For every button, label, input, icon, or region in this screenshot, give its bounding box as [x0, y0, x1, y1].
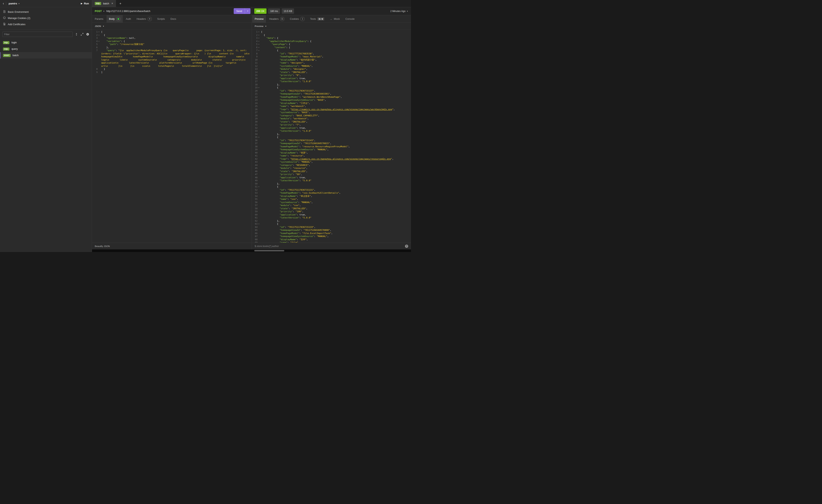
line-number: 41	[252, 154, 258, 157]
run-collection-button[interactable]: ▶ Run	[81, 2, 89, 5]
fold-arrow-icon[interactable]: ▾	[97, 30, 100, 34]
fold-arrow-icon[interactable]: ▾	[258, 136, 260, 139]
fold-arrow-icon[interactable]: ▾	[97, 34, 100, 37]
fold-arrow-icon[interactable]: ▾	[258, 43, 260, 46]
tab-label: Params	[95, 18, 103, 20]
filter-input[interactable]	[2, 32, 73, 37]
request-tab-headers[interactable]: Headers4	[134, 15, 154, 23]
code-line: 15 "priority": "0",	[252, 74, 411, 77]
fold-spacer	[258, 164, 260, 167]
fold-arrow-icon[interactable]: ▾	[258, 37, 260, 40]
help-icon[interactable]: ?	[405, 244, 408, 248]
line-gutter: 23	[252, 98, 261, 102]
sort-icon[interactable]	[75, 33, 78, 36]
line-number: 27	[252, 111, 258, 114]
line-gutter: 45	[252, 167, 261, 170]
code-line: 1▾[	[92, 30, 252, 34]
fold-arrow-icon[interactable]: ▾	[97, 40, 100, 43]
scrollbar-thumb[interactable]	[254, 250, 284, 251]
fold-spacer	[258, 213, 260, 216]
request-tab-scripts[interactable]: Scripts	[155, 15, 167, 23]
response-tab-cookies[interactable]: Cookies1	[288, 15, 307, 23]
fold-spacer	[258, 201, 260, 204]
code-text: "priority": "7",	[261, 123, 411, 126]
response-tab-mock[interactable]: →Mock	[328, 15, 342, 23]
fold-arrow-icon[interactable]: ▾	[258, 86, 260, 89]
workspace-selector[interactable]: pamirs ▾	[9, 2, 19, 5]
code-text: "appSwitcherModuleProxyQuery": {	[261, 40, 411, 43]
line-number: 67	[252, 235, 258, 238]
code-text: "application": true,	[261, 126, 411, 130]
code-line: 62 },	[252, 219, 411, 222]
response-tab-preview[interactable]: Preview	[252, 15, 266, 23]
request-item-query[interactable]: GQLquery	[0, 46, 92, 52]
code-line: 34 },	[252, 133, 411, 136]
response-viewer[interactable]: 1▾[2▾ {3▾ "data": {4▾ "appSwitcherModule…	[252, 30, 411, 242]
horizontal-scrollbar[interactable]	[92, 249, 411, 252]
send-options-icon[interactable]: ▼	[245, 8, 251, 14]
code-line: 29 "module": "workbench",	[252, 117, 411, 120]
sidebar-item-add-certificates[interactable]: Add Certificates	[0, 21, 92, 27]
fold-arrow-icon[interactable]: ▾	[258, 222, 260, 225]
line-gutter: 54	[252, 195, 261, 198]
request-tab-auth[interactable]: Auth	[123, 15, 133, 23]
code-line: 46 "state": "INSTALLED",	[252, 170, 411, 173]
http-method[interactable]: POST	[95, 10, 102, 13]
fold-arrow-icon[interactable]: ▾	[258, 49, 260, 52]
request-body-editor[interactable]: 1▾[2▾ {3 "operationName": null,4▾ "varia…	[92, 30, 252, 242]
code-text: "name": "workbench",	[261, 105, 411, 108]
request-tab-params[interactable]: Params	[92, 15, 106, 23]
line-gutter: 68	[252, 238, 261, 241]
code-text: "data": {	[261, 37, 411, 40]
fold-arrow-icon[interactable]: ▾	[258, 40, 260, 43]
code-line: 14 "state": "INSTALLED",	[252, 71, 411, 74]
request-item-login[interactable]: GQLlogin	[0, 39, 92, 46]
line-gutter: 65	[252, 228, 261, 232]
response-tab-console[interactable]: Console	[343, 15, 357, 23]
response-tab-tests[interactable]: Tests0 / 0	[308, 15, 327, 23]
preview-mode-dropdown[interactable]: Preview ▾	[252, 23, 411, 30]
sidebar-item-manage-cookies[interactable]: Manage Cookies (2)	[0, 15, 92, 21]
request-item-batch[interactable]: POSTbatch	[0, 52, 92, 59]
open-tab-batch[interactable]: GQL batch ✕	[92, 0, 116, 7]
fold-spacer	[258, 83, 260, 86]
url-input[interactable]: http://127.0.0.1:8881/pamirs/base/batch	[106, 10, 232, 13]
expand-collapse-icon[interactable]	[80, 33, 84, 36]
code-line: 10 "displayName": "低代码设计器",	[252, 58, 411, 62]
line-gutter: 6	[92, 46, 101, 49]
code-line: 21 "homepageViewId": "701175263865603301…	[252, 92, 411, 95]
jsonpath-filter-input[interactable]: $.store.books[*].author	[255, 245, 279, 247]
send-button[interactable]: Send ▼	[234, 8, 251, 14]
tab-label: Headers	[269, 18, 279, 20]
fold-arrow-icon[interactable]: ▾	[258, 185, 260, 188]
chevron-down-icon[interactable]: ▾	[103, 10, 104, 12]
line-number: 59	[252, 210, 258, 213]
code-text: {	[101, 34, 252, 37]
fold-arrow-icon[interactable]: ▾	[258, 34, 260, 37]
close-icon[interactable]: ✕	[111, 2, 113, 5]
line-gutter: 4▾	[92, 40, 101, 43]
code-text: "query": "{\n appSwitcherModuleProxyQuer…	[101, 49, 252, 68]
new-tab-button[interactable]: +	[116, 0, 125, 7]
response-age-dropdown[interactable]: 2 Minutes Ago ▾	[390, 10, 408, 13]
line-number: 18	[252, 83, 258, 86]
fold-arrow-icon[interactable]: ▾	[258, 30, 260, 34]
code-text: "name": "resource",	[261, 154, 411, 157]
line-number: 14	[252, 71, 258, 74]
sidebar-item-basic-environment[interactable]: Basic Environment	[0, 9, 92, 15]
body-mode-dropdown[interactable]: JSON ▾	[92, 23, 252, 30]
add-request-icon[interactable]	[86, 33, 89, 36]
line-gutter: 43	[252, 160, 261, 164]
code-line: 16 "application": true,	[252, 77, 411, 80]
response-tab-headers[interactable]: Headers11	[267, 15, 287, 23]
line-gutter: 14	[252, 71, 261, 74]
beautify-json-button[interactable]: Beautify JSON	[95, 245, 110, 247]
back-button[interactable]: ‹	[3, 2, 5, 6]
line-gutter: 19▾	[252, 86, 261, 89]
fold-arrow-icon[interactable]: ▾	[258, 46, 260, 49]
code-line: 63▾ {	[252, 222, 411, 225]
line-number: 39	[252, 148, 258, 151]
request-tab-body[interactable]: Body	[106, 15, 123, 23]
request-tab-docs[interactable]: Docs	[168, 15, 178, 23]
method-badge: GQL	[95, 2, 101, 5]
